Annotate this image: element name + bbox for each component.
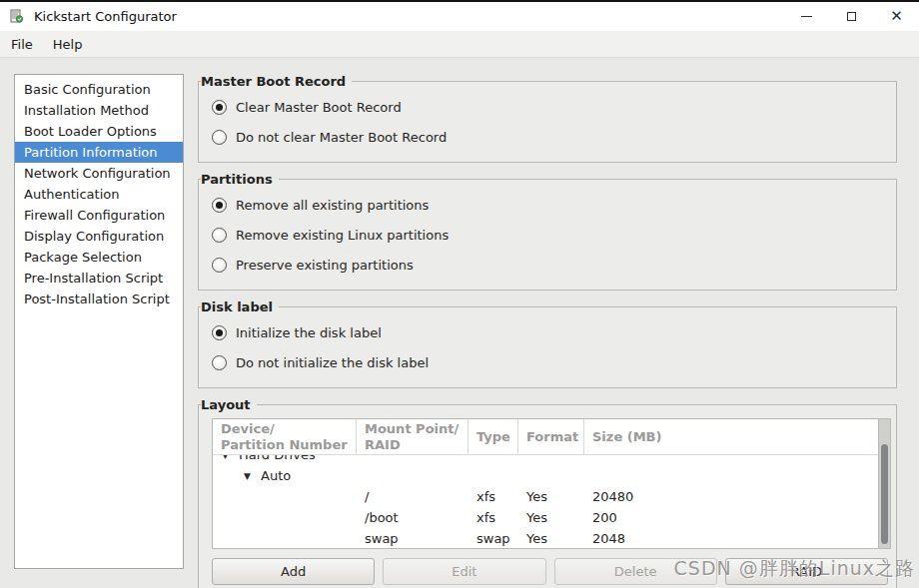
menu-bar: File Help — [0, 31, 919, 58]
frame-title: Layout — [201, 397, 257, 412]
column-header-mount-point[interactable]: Mount Point/ RAID — [357, 419, 468, 454]
maximize-icon — [847, 12, 856, 21]
radio-icon[interactable] — [212, 325, 227, 340]
main-panel: Master Boot Record Clear Master Boot Rec… — [198, 74, 897, 588]
header-line: RAID — [365, 437, 460, 453]
scrollbar-thumb[interactable] — [881, 444, 888, 544]
csdn-watermark: CSDN @胖胖的Linux之路 — [674, 556, 915, 582]
app-window: Kickstart Configurator ✕ File Help Basic… — [0, 0, 919, 588]
window-title: Kickstart Configurator — [34, 9, 177, 24]
radio-icon[interactable] — [212, 228, 227, 243]
header-line: Format — [526, 429, 575, 445]
frame-title: Master Boot Record — [201, 74, 352, 89]
mount-cell: / — [357, 489, 468, 504]
column-header-type[interactable]: Type — [468, 419, 518, 454]
frame-title: Disk label — [201, 299, 279, 314]
sidebar-item-boot-loader-options[interactable]: Boot Loader Options — [15, 121, 183, 142]
sidebar-item-basic-configuration[interactable]: Basic Configuration — [15, 79, 183, 100]
close-icon: ✕ — [890, 9, 903, 24]
minimize-button[interactable] — [784, 2, 829, 31]
type-cell: xfs — [468, 489, 518, 504]
radio-row[interactable]: Remove existing Linux partitions — [212, 220, 891, 250]
radio-label: Initialize the disk label — [236, 325, 382, 340]
sidebar-item-network-configuration[interactable]: Network Configuration — [15, 163, 183, 184]
sidebar-item-firewall-configuration[interactable]: Firewall Configuration — [15, 205, 183, 226]
mount-cell: swap — [357, 531, 468, 546]
device-cell: ▼ Auto — [213, 468, 357, 483]
radio-label: Remove all existing partitions — [236, 198, 429, 213]
type-cell: xfs — [468, 510, 518, 525]
table-row-swap[interactable]: swap swap Yes 2048 — [213, 528, 878, 549]
mount-cell: /boot — [357, 510, 468, 525]
size-cell: 200 — [584, 510, 878, 525]
frame-title: Partitions — [201, 172, 279, 187]
header-line: Mount Point/ — [365, 421, 460, 437]
radio-label: Do not clear Master Boot Record — [236, 130, 447, 145]
table-header: Device/ Partition Number Mount Point/ RA… — [213, 419, 878, 455]
table-row-boot[interactable]: /boot xfs Yes 200 — [213, 507, 878, 528]
size-cell: 20480 — [584, 489, 878, 504]
sidebar-item-pre-installation-script[interactable]: Pre-Installation Script — [15, 268, 183, 289]
size-cell: 2048 — [584, 531, 878, 546]
device-label: Auto — [261, 468, 291, 483]
type-cell: swap — [468, 531, 518, 546]
table-row-root[interactable]: / xfs Yes 20480 — [213, 486, 878, 507]
header-line: Device/ — [221, 421, 348, 437]
radio-label: Remove existing Linux partitions — [236, 228, 449, 243]
radio-row[interactable]: Do not initialize the disk label — [212, 347, 891, 377]
partition-table: Device/ Partition Number Mount Point/ RA… — [212, 418, 891, 549]
frame-master-boot-record: Master Boot Record Clear Master Boot Rec… — [198, 74, 897, 163]
add-button[interactable]: Add — [212, 558, 375, 585]
sidebar-item-display-configuration[interactable]: Display Configuration — [15, 226, 183, 247]
column-header-size[interactable]: Size (MB) — [584, 419, 878, 454]
column-header-format[interactable]: Format — [518, 419, 584, 454]
minimize-icon — [801, 16, 812, 17]
format-cell: Yes — [518, 510, 584, 525]
menu-help[interactable]: Help — [43, 33, 93, 56]
table-scrollbar[interactable] — [878, 419, 890, 548]
format-cell: Yes — [518, 531, 584, 546]
table-row-auto[interactable]: ▼ Auto — [213, 465, 878, 486]
radio-row[interactable]: Do not clear Master Boot Record — [212, 122, 891, 152]
radio-row[interactable]: Initialize the disk label — [212, 317, 891, 347]
window-controls: ✕ — [784, 2, 919, 31]
radio-icon[interactable] — [212, 100, 227, 115]
radio-row[interactable]: Remove all existing partitions — [212, 190, 891, 220]
header-line: Size (MB) — [592, 429, 870, 445]
title-bar: Kickstart Configurator ✕ — [0, 2, 919, 31]
radio-row[interactable]: Clear Master Boot Record — [212, 92, 891, 122]
section-list: Basic Configuration Installation Method … — [14, 74, 184, 569]
radio-row[interactable]: Preserve existing partitions — [212, 250, 891, 280]
sidebar-item-authentication[interactable]: Authentication — [15, 184, 183, 205]
frame-disk-label: Disk label Initialize the disk label Do … — [198, 299, 897, 388]
content-area: Basic Configuration Installation Method … — [0, 58, 919, 588]
header-line: Type — [476, 429, 509, 445]
radio-icon[interactable] — [212, 130, 227, 145]
frame-partitions: Partitions Remove all existing partition… — [198, 172, 897, 291]
column-header-device[interactable]: Device/ Partition Number — [213, 419, 357, 454]
sidebar-item-post-installation-script[interactable]: Post-Installation Script — [15, 289, 183, 309]
radio-icon[interactable] — [212, 258, 227, 273]
expander-icon[interactable]: ▼ — [241, 471, 254, 481]
header-line: Partition Number — [221, 437, 348, 453]
app-icon — [8, 8, 25, 25]
sidebar-item-package-selection[interactable]: Package Selection — [15, 247, 183, 268]
radio-icon[interactable] — [212, 198, 227, 213]
radio-label: Clear Master Boot Record — [236, 100, 402, 115]
menu-file[interactable]: File — [1, 33, 43, 56]
sidebar-item-installation-method[interactable]: Installation Method — [15, 100, 183, 121]
radio-label: Preserve existing partitions — [236, 258, 414, 273]
table-body: ▼ Hard Drives ▼ Auto — [213, 444, 878, 549]
format-cell: Yes — [518, 489, 584, 504]
maximize-button[interactable] — [829, 2, 874, 31]
sidebar-item-partition-information[interactable]: Partition Information — [15, 142, 183, 163]
close-button[interactable]: ✕ — [874, 2, 919, 31]
radio-label: Do not initialize the disk label — [236, 355, 429, 370]
radio-icon[interactable] — [212, 355, 227, 370]
edit-button[interactable]: Edit — [383, 558, 545, 585]
